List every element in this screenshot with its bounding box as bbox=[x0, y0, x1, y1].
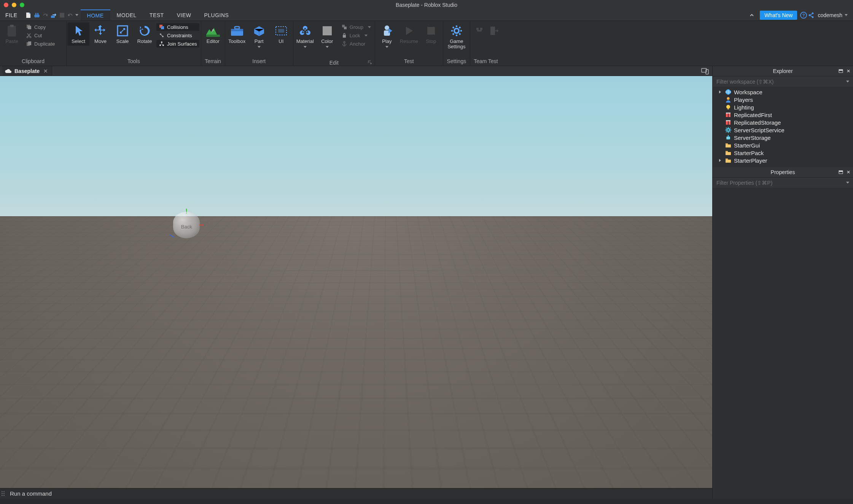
svg-rect-53 bbox=[727, 108, 729, 109]
explorer-undock-icon[interactable] bbox=[838, 68, 844, 74]
redo-icon[interactable] bbox=[42, 12, 49, 19]
qat-dropdown-icon[interactable] bbox=[75, 14, 78, 16]
svg-rect-70 bbox=[839, 171, 843, 172]
players-icon bbox=[725, 96, 732, 103]
color-dropdown-icon bbox=[326, 46, 329, 48]
anchor-icon bbox=[341, 41, 347, 47]
ui-button[interactable]: UI bbox=[270, 22, 292, 46]
duplicate-button[interactable]: Duplicate bbox=[24, 40, 57, 48]
undo-icon[interactable] bbox=[67, 12, 74, 19]
explorer-node-startergui[interactable]: StarterGui bbox=[713, 141, 853, 149]
device-emulator-button[interactable] bbox=[700, 66, 710, 76]
spawn-location-object[interactable]: Back bbox=[171, 208, 202, 241]
material-button[interactable]: Material bbox=[294, 22, 316, 49]
join-surfaces-toggle[interactable]: Join Surfaces bbox=[156, 40, 199, 48]
window-minimize-button[interactable] bbox=[12, 3, 16, 7]
material-dropdown-icon bbox=[304, 46, 307, 48]
team-test-button[interactable] bbox=[471, 22, 488, 39]
collapse-ribbon-icon[interactable] bbox=[748, 12, 755, 19]
game-settings-button[interactable]: GameSettings bbox=[444, 22, 469, 51]
explorer-filter-input[interactable] bbox=[716, 79, 846, 85]
explorer-node-starterplayer[interactable]: StarterPlayer bbox=[713, 157, 853, 164]
select-button[interactable]: Select bbox=[67, 22, 89, 46]
explorer-filter-dropdown-icon[interactable] bbox=[846, 81, 849, 82]
color-button[interactable]: Color bbox=[316, 22, 338, 49]
user-dropdown-icon bbox=[845, 14, 848, 16]
stop-icon[interactable] bbox=[59, 12, 65, 19]
svg-point-64 bbox=[729, 138, 729, 138]
explorer-node-replicatedfirst[interactable]: ReplicatedFirst bbox=[713, 111, 853, 119]
command-bar-placeholder: Run a command bbox=[10, 490, 52, 497]
user-menu[interactable]: codemesh bbox=[815, 12, 850, 18]
command-bar[interactable]: Run a command bbox=[0, 488, 712, 499]
collisions-toggle[interactable]: Collisions bbox=[156, 23, 199, 31]
explorer-node-workspace[interactable]: Workspace bbox=[713, 88, 853, 96]
svg-rect-48 bbox=[839, 70, 843, 71]
group-label-test: Test bbox=[376, 57, 442, 66]
whats-new-button[interactable]: What's New bbox=[760, 11, 797, 20]
window-zoom-button[interactable] bbox=[20, 3, 24, 7]
help-icon[interactable]: ? bbox=[800, 12, 807, 19]
explorer-node-starterpack[interactable]: StarterPack bbox=[713, 149, 853, 157]
tab-model[interactable]: MODEL bbox=[110, 10, 143, 21]
properties-filter-dropdown-icon[interactable] bbox=[846, 182, 849, 184]
explorer-panel-header[interactable]: Explorer ✕ bbox=[713, 66, 853, 76]
import-icon[interactable] bbox=[50, 12, 57, 19]
gizmo-x-axis bbox=[199, 225, 204, 225]
tab-view[interactable]: VIEW bbox=[170, 10, 198, 21]
move-button[interactable]: Move bbox=[89, 22, 111, 46]
properties-filter-input[interactable] bbox=[716, 180, 846, 186]
group-label-teamtest: Team Test bbox=[471, 57, 501, 66]
document-tab-baseplate[interactable]: Baseplate ✕ bbox=[2, 66, 52, 76]
explorer-filter[interactable] bbox=[713, 76, 853, 87]
starterplayer-icon bbox=[725, 157, 732, 164]
properties-panel-header[interactable]: Properties ✕ bbox=[713, 167, 853, 177]
tab-plugins[interactable]: PLUGINS bbox=[197, 10, 235, 21]
svg-rect-35 bbox=[323, 26, 332, 35]
properties-undock-icon[interactable] bbox=[838, 169, 844, 175]
tab-test[interactable]: TEST bbox=[143, 10, 170, 21]
scale-button[interactable]: Scale bbox=[111, 22, 134, 46]
toolbox-button[interactable]: Toolbox bbox=[226, 22, 248, 46]
explorer-node-label: StarterPlayer bbox=[734, 157, 767, 164]
cut-button[interactable]: Cut bbox=[24, 32, 57, 39]
terrain-editor-button[interactable]: Editor bbox=[202, 22, 224, 46]
stop-button[interactable]: Stop bbox=[420, 22, 442, 46]
edit-dialog-launcher[interactable] bbox=[367, 60, 372, 65]
document-tab-close-icon[interactable]: ✕ bbox=[43, 68, 49, 74]
anchor-button[interactable]: Anchor bbox=[339, 40, 373, 48]
expand-icon[interactable] bbox=[717, 89, 723, 95]
explorer-node-serverstorage[interactable]: ServerStorage bbox=[713, 134, 853, 141]
svg-rect-46 bbox=[706, 70, 708, 74]
play-button[interactable]: Play bbox=[376, 22, 398, 49]
new-file-icon[interactable] bbox=[25, 12, 32, 19]
svg-point-8 bbox=[809, 14, 811, 16]
viewport-3d[interactable]: Back bbox=[0, 76, 712, 488]
expand-icon[interactable] bbox=[717, 158, 723, 163]
share-icon[interactable] bbox=[808, 12, 815, 19]
properties-close-icon[interactable]: ✕ bbox=[845, 169, 851, 175]
properties-body bbox=[713, 188, 853, 499]
group-label-clipboard: Clipboard bbox=[1, 57, 65, 66]
window-close-button[interactable] bbox=[4, 3, 8, 7]
file-menu[interactable]: FILE bbox=[0, 10, 23, 21]
binoculars-icon[interactable] bbox=[33, 12, 40, 19]
svg-rect-4 bbox=[51, 16, 55, 18]
explorer-node-lighting[interactable]: Lighting bbox=[713, 103, 853, 111]
copy-button[interactable]: Copy bbox=[24, 23, 57, 31]
drag-handle-icon[interactable] bbox=[2, 491, 6, 496]
explorer-node-replicatedstorage[interactable]: ReplicatedStorage bbox=[713, 119, 853, 126]
properties-filter[interactable] bbox=[713, 177, 853, 188]
tab-home[interactable]: HOME bbox=[81, 10, 110, 21]
paste-button[interactable]: Paste bbox=[1, 22, 23, 46]
explorer-close-icon[interactable]: ✕ bbox=[845, 68, 851, 74]
group-button[interactable]: Group bbox=[339, 23, 373, 31]
part-button[interactable]: Part bbox=[248, 22, 270, 49]
lock-button[interactable]: Lock bbox=[339, 32, 373, 39]
resume-button[interactable]: Resume bbox=[398, 22, 420, 46]
constraints-toggle[interactable]: Constraints bbox=[156, 32, 199, 39]
explorer-node-players[interactable]: Players bbox=[713, 96, 853, 103]
rotate-button[interactable]: Rotate bbox=[134, 22, 156, 46]
explorer-node-serverscriptservice[interactable]: ServerScriptService bbox=[713, 126, 853, 134]
team-test-exit-button[interactable] bbox=[488, 22, 501, 39]
